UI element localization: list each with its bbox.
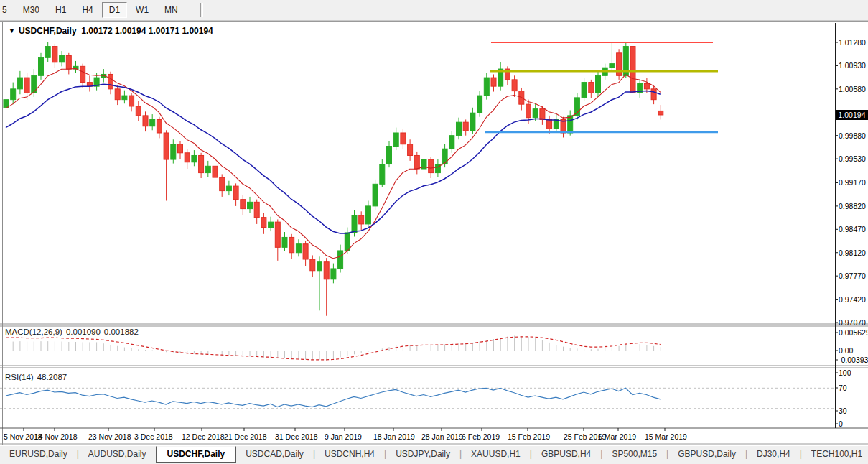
- date-axis-label: 15 Mar 2019: [645, 432, 687, 441]
- candle-up: [484, 78, 489, 96]
- price-axis-label: 1.00580: [839, 85, 866, 93]
- candle-down: [651, 89, 656, 100]
- candle-up: [192, 155, 197, 162]
- rsi-axis-label: 30: [839, 407, 847, 415]
- tf-button-w1[interactable]: W1: [129, 2, 156, 18]
- chart-window: ▼USDCHF,Daily 1.00172 1.00194 1.00171 1.…: [0, 21, 868, 445]
- rsi-axis-label: 0: [839, 419, 843, 428]
- macd-indicator-label: MACD(12,26,9)0.0010900.001882: [5, 328, 139, 336]
- candle-up: [11, 89, 16, 100]
- candle-down: [512, 80, 517, 91]
- candle-down: [589, 83, 594, 93]
- tf-button-h4[interactable]: H4: [75, 2, 100, 18]
- candle-down: [289, 237, 294, 252]
- candle-down: [275, 222, 280, 247]
- candle-up: [533, 109, 538, 118]
- candle-up: [365, 206, 370, 224]
- candle-up: [205, 166, 210, 172]
- candle-up: [171, 144, 176, 159]
- candle-up: [470, 113, 475, 131]
- price-axis-label: 0.98120: [839, 249, 866, 257]
- chart-symbol-title: USDCHF,Daily: [19, 26, 77, 36]
- window-menu-icon[interactable]: ▼: [9, 27, 15, 34]
- candle-up: [248, 202, 253, 208]
- macd-histogram: [6, 336, 661, 361]
- chart-tab-usdcnh-h4[interactable]: USDCNH,H4: [315, 446, 384, 462]
- rsi-line: [6, 388, 661, 407]
- price-axis-label: 0.98470: [839, 225, 866, 233]
- candle-up: [477, 96, 482, 113]
- rsi-axis-label: 70: [839, 384, 847, 392]
- chart-tab-tech100-h1[interactable]: TECH100,H1: [802, 446, 868, 462]
- candle-down: [429, 159, 434, 173]
- candle-down: [526, 104, 531, 118]
- tf-button-5[interactable]: 5: [0, 2, 14, 18]
- date-axis-label: 31 Dec 2018: [275, 432, 318, 441]
- date-axis-label: 23 Nov 2018: [88, 432, 131, 441]
- macd-axis-label: 0.005629: [839, 328, 868, 337]
- candles-layer: [4, 42, 663, 316]
- candle-down: [164, 133, 169, 159]
- chart-tab-audusd-daily[interactable]: AUDUSD,Daily: [79, 446, 156, 462]
- candle-down: [310, 259, 315, 271]
- candle-down: [261, 218, 266, 228]
- candle-down: [540, 109, 545, 120]
- tf-button-h1[interactable]: H1: [48, 2, 73, 18]
- candle-up: [269, 222, 274, 227]
- candle-up: [60, 56, 65, 62]
- chart-tab-xauusd-h1[interactable]: XAUUSD,H1: [462, 446, 530, 462]
- candle-up: [345, 233, 350, 251]
- chart-tab-gbpusd-h4[interactable]: GBPUSD,H4: [532, 446, 600, 462]
- candle-up: [610, 64, 615, 68]
- chart-tab-gbpusd-daily[interactable]: GBPUSD,Daily: [668, 446, 745, 462]
- chart-tab-dj30-h4[interactable]: DJ30,H4: [747, 446, 800, 462]
- macd-value-2: 0.001882: [104, 328, 139, 336]
- rsi-axis-label: 100: [839, 368, 851, 377]
- price-axis-label: 0.99170: [839, 178, 866, 187]
- ma-slow-line: [6, 84, 661, 233]
- candle-up: [17, 78, 22, 89]
- toolbar-separator: [200, 3, 203, 17]
- candle-up: [45, 47, 50, 58]
- candle-down: [463, 122, 468, 131]
- date-axis-label: 6 Mar 2019: [598, 432, 636, 441]
- candle-down: [547, 119, 552, 129]
- candle-down: [630, 47, 635, 93]
- ma-fast-line: [6, 68, 661, 258]
- candle-down: [115, 89, 120, 100]
- chart-tab-usdcad-daily[interactable]: USDCAD,Daily: [236, 446, 313, 462]
- candle-up: [435, 164, 440, 173]
- candle-up: [554, 119, 559, 129]
- candle-up: [393, 133, 398, 147]
- candle-down: [491, 78, 496, 86]
- candle-down: [644, 83, 649, 88]
- macd-axis-label: -0.003937: [839, 356, 868, 364]
- chart-canvas[interactable]: [0, 22, 868, 445]
- price-axis-label: 0.99880: [839, 131, 866, 140]
- price-axis-label: 0.97420: [839, 295, 866, 304]
- candle-down: [108, 74, 113, 88]
- candle-up: [449, 136, 454, 149]
- current-price-badge: 1.00194: [836, 110, 868, 120]
- chart-tab-usdjpy-daily[interactable]: USDJPY,Daily: [386, 446, 459, 462]
- tf-button-m30[interactable]: M30: [16, 2, 47, 18]
- chart-tab-usdchf-daily[interactable]: USDCHF,Daily: [156, 446, 237, 463]
- tf-button-d1[interactable]: D1: [102, 2, 127, 18]
- date-axis-label: 18 Jan 2019: [373, 432, 415, 441]
- candle-up: [282, 237, 287, 247]
- candle-down: [220, 177, 225, 191]
- candle-down: [129, 96, 134, 106]
- candle-up: [596, 75, 601, 93]
- candle-down: [658, 111, 663, 115]
- candle-down: [157, 119, 162, 133]
- date-axis-label: 12 Dec 2018: [182, 432, 225, 441]
- tf-button-mn[interactable]: MN: [157, 2, 185, 18]
- rsi-name: RSI(14): [5, 373, 34, 381]
- chart-tab-eurusd-daily[interactable]: EURUSD,Daily: [0, 446, 77, 462]
- candle-down: [178, 144, 183, 153]
- candle-down: [414, 155, 419, 169]
- chart-tab-sp500-m15[interactable]: SP500,M15: [602, 446, 666, 462]
- price-axis-label: 1.00930: [839, 61, 866, 70]
- candle-up: [352, 215, 357, 233]
- candle-up: [317, 262, 322, 271]
